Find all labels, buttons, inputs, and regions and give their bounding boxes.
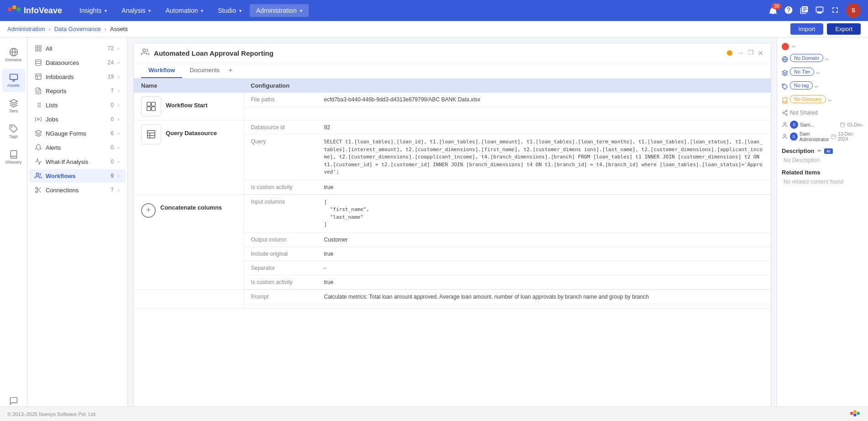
notification-bell[interactable]: 38	[768, 6, 778, 15]
svg-rect-57	[853, 410, 856, 413]
svg-line-44	[784, 113, 786, 114]
table-row: Workflow Start File pathsecfd7ba3-b440-4…	[134, 93, 771, 121]
rp-shared-row: Not Shared	[782, 110, 863, 116]
sidebar-icon-glossary[interactable]: Glossary	[2, 145, 26, 169]
sidebar-item-workflows[interactable]: Workflows 9 ≡	[29, 169, 126, 183]
sidebar-item-reports[interactable]: Reports 7 ≡	[29, 84, 126, 98]
query-datasource-icon-box	[141, 124, 161, 144]
rp-tier-edit[interactable]: ✏	[816, 70, 820, 76]
chevron-down-icon: ▾	[105, 8, 107, 13]
tab-documents[interactable]: Documents	[182, 63, 227, 78]
svg-rect-52	[831, 135, 836, 139]
sidebar-icon-tiers[interactable]: Tiers	[2, 94, 26, 118]
rp-color-edit-icon[interactable]: ✏	[792, 44, 796, 50]
sidebar-item-ngauge-forms[interactable]: NGauge Forms 6 ≡	[29, 126, 126, 140]
activity-concatenate: + Concatenate columns	[134, 195, 243, 221]
workflow-header-icon	[141, 48, 149, 58]
icon-sidebar: Domains Assets Tiers Tags Glossary Ask A…	[0, 37, 27, 421]
rp-date-1: 03-Dec-	[847, 122, 863, 127]
expand-icon[interactable]	[831, 5, 840, 16]
user-icon	[782, 121, 788, 128]
svg-point-25	[36, 191, 37, 193]
sidebar-icon-assets[interactable]: Assets	[2, 68, 26, 92]
external-link-icon[interactable]: ❐	[748, 49, 754, 58]
calendar-icon	[840, 122, 845, 127]
chevron-down-icon: ▾	[300, 8, 302, 13]
top-nav: InfoVeave Insights ▾ Analysis ▾ Automati…	[0, 0, 868, 21]
rp-tag-badge: No tag	[790, 81, 813, 89]
nav-insights[interactable]: Insights ▾	[73, 4, 113, 17]
svg-rect-33	[152, 107, 155, 111]
sidebar-icon-tags[interactable]: Tags	[2, 120, 26, 143]
sidebar-item-connections[interactable]: Connections 7 ≡	[29, 183, 126, 197]
rp-user-row-1: S Sam... 03-Dec-	[782, 121, 863, 129]
svg-rect-32	[147, 107, 151, 111]
rp-description-title: Description ✏ AI	[782, 147, 863, 154]
rp-shared-text: Not Shared	[790, 110, 818, 116]
main-layout: Domains Assets Tiers Tags Glossary Ask A…	[0, 37, 868, 421]
rp-avatar-1: S	[790, 121, 798, 129]
export-button[interactable]: Export	[827, 23, 861, 35]
rp-domain-badge: No Domain	[790, 54, 823, 62]
rp-tag-edit[interactable]: ✏	[815, 84, 819, 90]
svg-rect-34	[147, 131, 155, 138]
svg-rect-8	[36, 46, 38, 48]
app-logo[interactable]: InfoVeave	[7, 3, 62, 18]
text-sidebar: All 72 ≡ Datasources 24 ≡ Infoboards 19 …	[27, 37, 128, 421]
rp-description-text: No Description	[784, 157, 863, 163]
tab-add-button[interactable]: +	[227, 63, 234, 78]
svg-rect-13	[36, 74, 41, 79]
nav-studio[interactable]: Studio ▾	[211, 4, 248, 17]
sidebar-item-jobs[interactable]: Jobs 0 ≡	[29, 112, 126, 126]
tag-icon	[782, 84, 788, 90]
nav-items: Insights ▾ Analysis ▾ Automation ▾ Studi…	[73, 4, 768, 17]
svg-line-45	[784, 111, 786, 112]
nav-right: 38 S	[768, 3, 861, 18]
description-edit-icon[interactable]: ✏	[817, 148, 821, 154]
close-icon[interactable]: ✕	[758, 49, 763, 58]
svg-rect-31	[152, 102, 155, 106]
tab-workflow[interactable]: Workflow	[141, 63, 182, 78]
workflow-panel: Automated Loan Approval Reporting → ❐ ✕ …	[133, 43, 771, 416]
sidebar-icon-domains[interactable]: Domains	[2, 43, 26, 67]
sidebar-item-what-if[interactable]: What-If Analysis 0 ≡	[29, 155, 126, 168]
content-area: Automated Loan Approval Reporting → ❐ ✕ …	[128, 37, 777, 421]
sidebar-item-alerts[interactable]: Alerts 0 ≡	[29, 141, 126, 154]
svg-rect-47	[841, 123, 845, 127]
nav-automation[interactable]: Automation ▾	[159, 4, 210, 17]
svg-rect-6	[10, 74, 17, 80]
breadcrumb-administration[interactable]: Administration	[7, 26, 45, 32]
col-header-name: Name	[134, 79, 243, 93]
user-avatar[interactable]: S	[846, 3, 861, 18]
nav-analysis[interactable]: Analysis ▾	[115, 4, 157, 17]
sidebar-item-lists[interactable]: Lists 0 ≡	[29, 98, 126, 112]
tier-icon	[782, 70, 788, 76]
workflow-start-icon-box	[141, 96, 161, 116]
svg-point-24	[36, 187, 37, 189]
svg-point-51	[784, 134, 786, 137]
sidebar-item-datasources[interactable]: Datasources 24 ≡	[29, 56, 126, 69]
rp-glossary-edit[interactable]: ✏	[828, 98, 832, 104]
breadcrumb-bar: Administration › Data Governance › Asset…	[0, 21, 868, 37]
sidebar-item-all[interactable]: All 72 ≡	[29, 42, 126, 55]
concatenate-icon-box: +	[141, 203, 156, 218]
nav-administration[interactable]: Administration ▾	[250, 4, 309, 17]
rp-glossary-row: No Glossary ✏	[782, 95, 863, 106]
sidebar-item-infoboards[interactable]: Infoboards 19 ≡	[29, 70, 126, 84]
rp-related-items-text: No related content found	[784, 179, 863, 185]
globe-icon	[782, 56, 788, 63]
svg-rect-3	[17, 8, 21, 11]
breadcrumb-data-governance[interactable]: Data Governance	[54, 26, 101, 32]
import-button[interactable]: Import	[790, 23, 824, 35]
user-icon-2	[782, 133, 788, 140]
screen-icon[interactable]	[815, 5, 824, 16]
library-icon[interactable]	[800, 5, 809, 16]
table-row: + Concatenate columns Input columns[ "fi…	[134, 195, 771, 289]
arrow-right-icon[interactable]: →	[737, 49, 744, 58]
chevron-down-icon: ▾	[201, 8, 203, 13]
help-icon[interactable]	[784, 5, 793, 16]
svg-rect-59	[857, 412, 860, 415]
svg-point-42	[783, 112, 784, 114]
rp-domain-edit[interactable]: ✏	[825, 57, 829, 63]
chevron-down-icon: ▾	[148, 8, 151, 13]
